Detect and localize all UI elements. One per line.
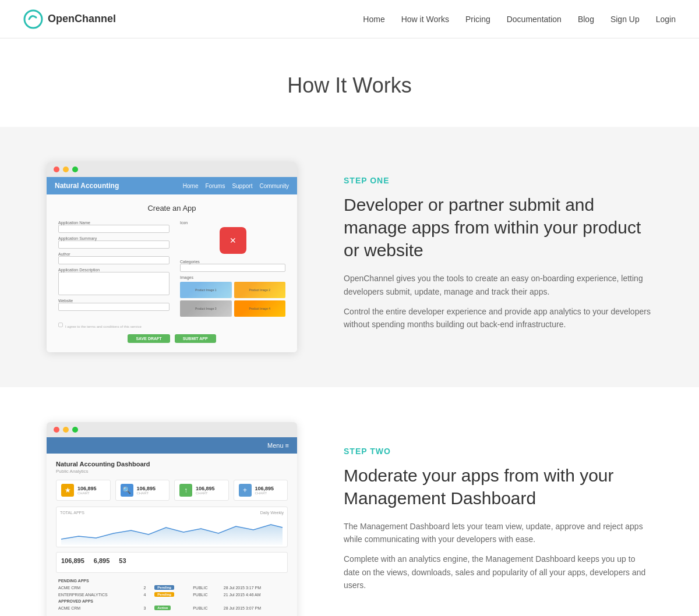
browser-bar-2 [47,422,297,437]
chart-svg [60,516,284,545]
field-website: Website [58,299,170,311]
step-one-section: Natural Accounting Home Forums Support C… [0,127,699,387]
logo-text: OpenChannel [48,13,116,25]
dash-title: Natural Accounting Dashboard [56,461,288,468]
mock-icon-placeholder: ✕ [220,227,246,254]
step-two-mock: Menu ≡ Natural Accounting Dashboard Publ… [47,422,297,616]
mock-images-grid: Product Image 1 Product Image 2 Product … [180,282,285,317]
page-title-section: How It Works [0,38,699,127]
dash-chart: TOTAL APPS Daily Weekly [56,507,288,547]
img-thumb-2: Product Image 2 [234,282,286,298]
mock-buttons: SAVE DRAFT SUBMIT APP [58,334,285,343]
nav-home[interactable]: Home [363,15,384,24]
step-one-para1: OpenChannel gives you the tools to creat… [344,272,652,298]
dash-stats: ★ 106,895 CHART 🔍 106,895 CHART ↑ [56,480,288,501]
menu-label: Menu ≡ [267,442,289,449]
mock-form: Application Name Application Summary Aut… [58,221,285,317]
step-two-text: STEP TWO Moderate your apps from with yo… [344,447,652,599]
mock-form-title: Create an App [58,204,285,213]
field-description: Application Description [58,268,170,295]
browser-dot-green-2 [72,427,78,433]
browser-dot-green [72,167,78,172]
nav-blog[interactable]: Blog [578,15,594,24]
mock-submit-btn[interactable]: SUBMIT APP [175,334,216,343]
mock-app-name: Natural Accounting [55,182,119,190]
stat-card-3: ↑ 106,895 CHART [174,480,229,501]
table-row: ACME CRM 2 Pending PUBLIC 28 Jul 2015 3:… [56,584,288,591]
img-thumb-4: Product Image 4 [234,300,286,317]
stat-icon-3: ↑ [179,484,192,497]
dash-metrics: 106,895 6,895 53 [56,552,288,573]
dash-metric-3: 53 [119,557,126,568]
browser-bar [47,162,297,177]
nav-sign-up[interactable]: Sign Up [610,15,640,24]
nav-pricing[interactable]: Pricing [465,15,490,24]
step-one-mock: Natural Accounting Home Forums Support C… [47,162,297,352]
dash-metric-1: 106,895 [61,557,84,568]
page-title: How It Works [12,73,687,98]
mock-inner-header: Natural Accounting Home Forums Support C… [47,177,297,194]
nav-documentation[interactable]: Documentation [507,15,562,24]
stat-icon-4: + [239,484,252,497]
stat-card-2: 🔍 106,895 CHART [115,480,170,501]
img-thumb-3: Product Image 3 [180,300,232,317]
step-one-text: STEP ONE Developer or partner submit and… [344,176,652,338]
table-row: ACME CRM 3 Active PUBLIC 28 Jul 2015 3:0… [56,604,288,611]
svg-text:✕: ✕ [230,236,236,245]
stat-card-4: + 106,895 CHART [234,480,288,501]
mock-form-right: Icon ✕ Categories Images [174,221,285,317]
stat-card-1: ★ 106,895 CHART [56,480,111,501]
stat-icon-2: 🔍 [121,484,133,497]
site-header: OpenChannel Home How it Works Pricing Do… [0,0,699,38]
step-two-label: STEP TWO [344,447,652,456]
table-row: ENTERPRISE ANALYTICS 4 Pending PUBLIC 21… [56,591,288,598]
img-thumb-1: Product Image 1 [180,282,232,298]
main-nav: Home How it Works Pricing Documentation … [363,15,676,24]
browser-dot-yellow [63,167,69,172]
browser-dot-red [54,167,59,172]
mock-form-left: Application Name Application Summary Aut… [58,221,170,317]
upload-icon: ✕ [226,233,240,247]
field-icon: Icon ✕ [180,221,285,256]
step-two-section: Menu ≡ Natural Accounting Dashboard Publ… [0,387,699,616]
mock-checkbox [58,323,63,327]
svg-point-0 [24,10,42,28]
step-two-para2: Complete with an analytics engine, the M… [344,553,652,592]
step-one-para2: Control the entire developer experience … [344,305,652,331]
mock-footer-note: I agree to the terms and conditions of t… [65,325,142,328]
step-two-para1: The Management Dashboard lets your team … [344,520,652,546]
step-two-heading: Moderate your apps from with your Manage… [344,464,652,509]
mock-body-step1: Create an App Application Name Applicati… [47,194,297,352]
mock-save-draft-btn[interactable]: SAVE DRAFT [128,334,170,343]
mock-dashboard-body: Natural Accounting Dashboard Public Anal… [47,454,297,616]
browser-dot-yellow-2 [63,427,69,433]
field-app-name: Application Name [58,221,170,233]
dash-subtitle: Public Analytics [56,469,288,474]
nav-login[interactable]: Login [656,15,676,24]
browser-dot-red-2 [54,427,59,433]
nav-how-it-works[interactable]: How it Works [401,15,449,24]
field-app-summary: Application Summary [58,236,170,249]
dash-metric-2: 6,895 [94,557,110,568]
mock-dashboard-header: Menu ≡ [47,437,297,454]
step-one-label: STEP ONE [344,176,652,185]
step-one-heading: Developer or partner submit and manage a… [344,193,652,261]
logo[interactable]: OpenChannel [23,9,116,29]
field-images: Images Product Image 1 Product Image 2 P… [180,275,285,317]
dash-pending-table: PENDING APPS ACME CRM 2 Pending PUBLIC 2… [56,578,288,611]
mock-inner-nav: Home Forums Support Community [183,183,289,189]
logo-icon [23,9,43,29]
stat-icon-1: ★ [61,484,74,497]
field-author: Author [58,252,170,264]
field-categories: Categories [180,260,285,272]
